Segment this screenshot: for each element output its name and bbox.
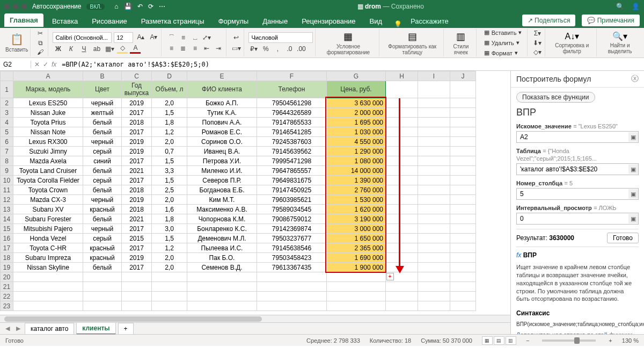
cell-styles-label: Стили ячеек xyxy=(448,44,474,55)
paste-icon[interactable]: 📋 xyxy=(10,33,24,46)
zoom-in-icon[interactable]: + xyxy=(609,337,612,344)
insert-cells-button[interactable]: ▦ Вставить ▾ xyxy=(481,28,525,37)
tab-data[interactable]: Данные xyxy=(257,15,293,28)
sheet-add-button[interactable]: + xyxy=(118,323,134,334)
cond-format-icon[interactable]: ▦ xyxy=(343,31,353,42)
wrap-icon[interactable]: ↩ xyxy=(231,33,241,42)
view-break-icon[interactable]: ▥ xyxy=(506,336,516,345)
dec-dec-icon[interactable]: .00 xyxy=(296,44,306,54)
decrease-font-icon[interactable]: A▾ xyxy=(148,32,159,42)
name-box[interactable]: G2 xyxy=(0,61,31,68)
fill-down-icon[interactable]: ⬇▾ xyxy=(532,39,543,47)
indent-dec-icon[interactable]: ⇤ xyxy=(201,44,212,53)
orientation-icon[interactable]: ⤢▾ xyxy=(201,33,212,42)
indent-inc-icon[interactable]: ⇥ xyxy=(213,44,224,53)
spreadsheet-grid[interactable]: ABCDEFGHIJ1Марка, модельЦветГодвыпускаОб… xyxy=(0,71,476,311)
comma-icon[interactable]: , xyxy=(272,44,283,54)
undo-icon[interactable]: ↶ xyxy=(137,3,143,10)
sheet-prev-icon[interactable]: ◀ xyxy=(3,325,12,332)
increase-font-icon[interactable]: A▴ xyxy=(135,32,146,42)
arg1-input[interactable]: ▣ xyxy=(516,131,639,143)
zoom-slider[interactable] xyxy=(542,339,596,342)
font-size[interactable]: 12 xyxy=(114,32,133,43)
sheet-next-icon[interactable]: ▶ xyxy=(14,325,23,332)
align-left-icon[interactable]: ≡ xyxy=(166,44,177,53)
home-icon[interactable]: ⌂ xyxy=(114,3,118,10)
redo-icon[interactable]: ⟳ xyxy=(148,3,153,10)
view-layout-icon[interactable]: ▤ xyxy=(494,336,504,345)
tab-home[interactable]: Главная xyxy=(4,13,43,28)
help-link[interactable]: Дополнительная справка по этой функции xyxy=(516,331,639,334)
inc-dec-icon[interactable]: .0 xyxy=(284,44,295,54)
italic-icon[interactable]: К xyxy=(65,44,76,54)
tab-formulas[interactable]: Формулы xyxy=(213,15,254,28)
sheet-tab-clients[interactable]: клиенты xyxy=(76,322,115,334)
comments-button[interactable]: 💬 Примечания xyxy=(582,15,640,26)
autosum-icon[interactable]: Σ▾ xyxy=(532,29,543,38)
font-color-icon[interactable]: A xyxy=(130,44,141,54)
bold-icon[interactable]: Ж xyxy=(53,44,63,54)
zoom-out-icon[interactable]: − xyxy=(526,337,529,344)
arg3-input[interactable]: ▣ xyxy=(516,188,639,200)
align-right-icon[interactable]: ≡ xyxy=(189,44,200,53)
search-icon[interactable]: 🔍 xyxy=(616,3,624,10)
tab-insert[interactable]: Вставка xyxy=(47,15,83,28)
traffic-lights[interactable] xyxy=(4,4,27,9)
cancel-formula-icon[interactable]: ✕ xyxy=(34,61,40,68)
share-button[interactable]: ↗ Поделиться xyxy=(522,15,576,26)
number-format[interactable]: Числовой xyxy=(248,32,313,43)
copy-icon[interactable]: ⧉ xyxy=(35,39,46,47)
view-buttons[interactable]: ▦ ▤ ▥ xyxy=(482,336,516,345)
currency-icon[interactable]: ₽▾ xyxy=(248,44,259,54)
sort-filter-icon[interactable]: A↓▾ xyxy=(565,31,579,41)
tab-draw[interactable]: Рисование xyxy=(86,15,132,28)
align-top-icon[interactable]: ⎴ xyxy=(166,33,177,42)
clear-icon[interactable]: ◇▾ xyxy=(532,48,543,56)
find-icon[interactable]: 🔍▾ xyxy=(612,31,627,41)
fill-color-icon[interactable]: ◇ xyxy=(117,44,128,54)
range-picker-icon[interactable]: ▣ xyxy=(628,132,638,142)
account-icon[interactable]: 👤 xyxy=(632,3,640,10)
tell-me[interactable]: Расскажите xyxy=(405,15,454,28)
strike-icon[interactable]: ab xyxy=(91,44,102,54)
format-cells-button[interactable]: ▦ Формат ▾ xyxy=(481,48,525,57)
align-bot-icon[interactable]: ⎵ xyxy=(189,33,200,42)
formula-bar[interactable]: =ВПР(A2;'каталог авто'!$A$3:$E$20;5;0) xyxy=(60,61,644,68)
syntax-text: ВПР(искомое_значение;таблица;номер_столб… xyxy=(516,321,639,327)
percent-icon[interactable]: % xyxy=(260,44,271,54)
done-button[interactable]: Готово xyxy=(607,233,639,243)
view-normal-icon[interactable]: ▦ xyxy=(482,336,493,345)
arg4-label: Интервальный_просмотр xyxy=(516,205,592,211)
font-selector[interactable]: Calibri (Основной... xyxy=(53,32,112,43)
fill-handle[interactable]: + xyxy=(386,273,394,280)
arg3-hint: = 5 xyxy=(564,180,573,186)
more-icon[interactable]: ⋯ xyxy=(159,3,165,10)
range-picker-icon[interactable]: ▣ xyxy=(628,164,638,174)
tab-review[interactable]: Рецензирование xyxy=(296,15,361,28)
borders-icon[interactable]: ▦▾ xyxy=(104,44,115,54)
pane-close-icon[interactable]: ⓧ xyxy=(631,74,639,84)
merge-icon[interactable]: ▭▾ xyxy=(231,44,241,53)
underline-icon[interactable]: Ч xyxy=(78,44,89,54)
delete-cells-button[interactable]: ▦ Удалить ▾ xyxy=(481,38,525,47)
format-painter-icon[interactable]: 🖌 xyxy=(35,48,46,56)
fx-icon[interactable]: fx xyxy=(52,61,56,68)
range-picker-icon[interactable]: ▣ xyxy=(628,214,638,223)
autosave-toggle[interactable]: ВКЛ. xyxy=(86,4,105,10)
accept-formula-icon[interactable]: ✓ xyxy=(43,61,48,68)
sheet-tab-catalog[interactable]: каталог авто xyxy=(25,323,74,334)
cut-icon[interactable]: ✂ xyxy=(35,29,46,38)
zoom-value: 130 % xyxy=(622,337,639,344)
range-picker-icon[interactable]: ▣ xyxy=(628,189,638,199)
arg2-input[interactable]: ▣ xyxy=(516,163,639,175)
align-center-icon[interactable]: ≣ xyxy=(178,44,188,53)
save-icon[interactable]: 💾 xyxy=(124,3,132,10)
horizontal-scrollbar[interactable] xyxy=(0,315,510,322)
table-format-icon[interactable]: ▤ xyxy=(408,31,417,42)
align-mid-icon[interactable]: ≡ xyxy=(178,33,188,42)
show-all-functions-button[interactable]: Показать все функции xyxy=(516,92,595,103)
cell-styles-icon[interactable]: ▥ xyxy=(456,31,465,42)
arg4-input[interactable]: ▣ xyxy=(516,213,639,225)
tab-layout[interactable]: Разметка страницы xyxy=(136,15,210,28)
tab-view[interactable]: Вид xyxy=(364,15,388,28)
